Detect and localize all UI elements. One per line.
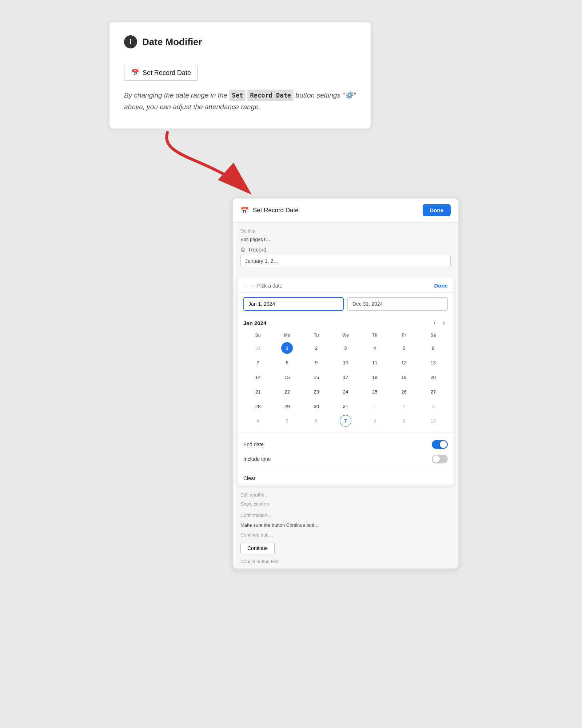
- calendar-day-cell[interactable]: 3: [331, 341, 360, 355]
- calendar-month-nav: Jan 2024 ‹ ›: [243, 315, 448, 331]
- calendar-day-cell[interactable]: 26: [389, 384, 418, 399]
- top-card: i Date Modifier 📅 Set Record Date By cha…: [109, 22, 371, 129]
- calendar-weekdays-row: Su Mo Tu We Th Fr Sa: [243, 331, 448, 341]
- calendar-day-cell[interactable]: 4: [360, 341, 389, 355]
- weekday-tu: Tu: [302, 331, 331, 341]
- next-month-button[interactable]: ›: [440, 318, 448, 328]
- top-card-header: i Date Modifier: [124, 35, 356, 56]
- bottom-card: 📅 Set Record Date Done Do this Edit page…: [233, 198, 458, 569]
- calendar-week-row: 78910111213: [243, 355, 448, 370]
- calendar-day-cell[interactable]: 10: [419, 414, 448, 428]
- calendar-day-cell[interactable]: 28: [243, 399, 272, 414]
- badge-set: Set: [229, 90, 246, 101]
- back-arrow-icon: ←: [243, 283, 248, 289]
- calendar-day-cell[interactable]: 7: [331, 414, 360, 428]
- back-button[interactable]: ← ← Pick a date: [243, 283, 282, 289]
- nav-arrows: ‹ ›: [431, 318, 448, 328]
- weekday-mo: Mo: [272, 331, 302, 341]
- calendar-day-cell[interactable]: 31: [243, 341, 272, 355]
- header-calendar-icon: 📅: [240, 206, 248, 214]
- calendar-day-cell[interactable]: 7: [243, 355, 272, 370]
- calendar-day-cell[interactable]: 10: [331, 355, 360, 370]
- calendar-day-cell[interactable]: 18: [360, 370, 389, 384]
- calendar-week-row: 45678910: [243, 414, 448, 428]
- top-card-description: By changing the date range in the Set Re…: [124, 90, 356, 112]
- calendar-day-cell[interactable]: 14: [243, 370, 272, 384]
- start-date-input[interactable]: [243, 297, 344, 311]
- calendar-day-cell[interactable]: 13: [419, 355, 448, 370]
- record-date-input[interactable]: [240, 255, 451, 267]
- end-date-option-row: End date: [243, 437, 448, 452]
- month-label: Jan 2024: [243, 320, 266, 326]
- continue-button-label: Continue butt…: [233, 531, 458, 539]
- calendar-day-cell[interactable]: 21: [243, 384, 272, 399]
- record-label: 🗓 Record: [240, 246, 451, 253]
- calendar-week-row: 31123456: [243, 341, 448, 355]
- weekday-th: Th: [360, 331, 389, 341]
- calendar-day-cell[interactable]: 20: [419, 370, 448, 384]
- calendar-day-cell[interactable]: 5: [272, 414, 302, 428]
- picker-done-button[interactable]: Done: [434, 282, 448, 289]
- cancel-btn-text: Cancel button text: [233, 557, 458, 569]
- calendar-day-cell[interactable]: 2: [389, 399, 418, 414]
- calendar-day-cell[interactable]: 6: [419, 341, 448, 355]
- date-picker-header: ← ← Pick a date Done: [238, 277, 454, 293]
- calendar-day-cell[interactable]: 31: [331, 399, 360, 414]
- calendar-day-cell[interactable]: 1: [360, 399, 389, 414]
- include-time-toggle[interactable]: [432, 455, 448, 463]
- calendar-day-cell[interactable]: 24: [331, 384, 360, 399]
- end-date-toggle-knob: [440, 441, 447, 448]
- calendar-day-cell[interactable]: 6: [302, 414, 331, 428]
- calendar-day-cell[interactable]: 22: [272, 384, 302, 399]
- weekday-fr: Fr: [389, 331, 418, 341]
- end-date-input[interactable]: [347, 297, 448, 311]
- red-arrow-icon: [138, 129, 262, 202]
- set-record-date-button[interactable]: 📅 Set Record Date: [124, 65, 198, 81]
- end-date-toggle[interactable]: [432, 440, 448, 449]
- calendar-day-cell[interactable]: 4: [243, 414, 272, 428]
- calendar-day-cell[interactable]: 9: [302, 355, 331, 370]
- calendar-day-cell[interactable]: 30: [302, 399, 331, 414]
- show-confirm-label: Show confirm: [233, 500, 458, 511]
- calendar-day-cell[interactable]: 29: [272, 399, 302, 414]
- do-this-label: Do this: [240, 228, 451, 234]
- calendar-day-cell[interactable]: 23: [302, 384, 331, 399]
- bottom-card-title: Set Record Date: [253, 207, 418, 214]
- behind-content: Do this Edit pages t… 🗓 Record: [233, 222, 458, 273]
- prev-month-button[interactable]: ‹: [431, 318, 438, 328]
- weekday-sa: Sa: [419, 331, 448, 341]
- calendar-day-cell[interactable]: 5: [389, 341, 418, 355]
- include-time-option-row: Include time: [243, 452, 448, 466]
- clear-button[interactable]: Clear: [238, 471, 454, 486]
- calendar-week-row: 14151617181920: [243, 370, 448, 384]
- top-card-title: Date Modifier: [142, 36, 202, 48]
- picker-options: End date Include time: [238, 432, 454, 471]
- badge-record-date: Record Date: [247, 90, 294, 101]
- calendar-day-cell[interactable]: 27: [419, 384, 448, 399]
- calendar-day-cell[interactable]: 16: [302, 370, 331, 384]
- calendar-day-cell[interactable]: 1: [272, 341, 302, 355]
- calendar-day-cell[interactable]: 2: [302, 341, 331, 355]
- page-container: i Date Modifier 📅 Set Record Date By cha…: [109, 22, 473, 569]
- arrow-section: [138, 129, 473, 202]
- continue-btn-row: Continue: [233, 539, 458, 557]
- calendar-day-cell[interactable]: 12: [389, 355, 418, 370]
- date-picker-panel: ← ← Pick a date Done Jan 2024: [238, 277, 454, 486]
- date-inputs-row: [238, 293, 454, 315]
- calendar-day-cell[interactable]: 17: [331, 370, 360, 384]
- continue-button[interactable]: Continue: [240, 542, 275, 554]
- calendar-day-cell[interactable]: 9: [389, 414, 418, 428]
- calendar-day-cell[interactable]: 15: [272, 370, 302, 384]
- header-done-button[interactable]: Done: [423, 204, 451, 216]
- weekday-we: We: [331, 331, 360, 341]
- calendar-day-cell[interactable]: 19: [389, 370, 418, 384]
- calendar-day-cell[interactable]: 8: [360, 414, 389, 428]
- calendar-day-cell[interactable]: 3: [419, 399, 448, 414]
- calendar-day-cell[interactable]: 8: [272, 355, 302, 370]
- calendar-day-cell[interactable]: 11: [360, 355, 389, 370]
- calendar-icon: 📅: [131, 69, 139, 77]
- calendar-day-cell[interactable]: 25: [360, 384, 389, 399]
- end-date-label: End date: [243, 442, 264, 447]
- record-calendar-icon: 🗓: [240, 246, 246, 253]
- edit-pages-text: Edit pages t…: [240, 237, 451, 242]
